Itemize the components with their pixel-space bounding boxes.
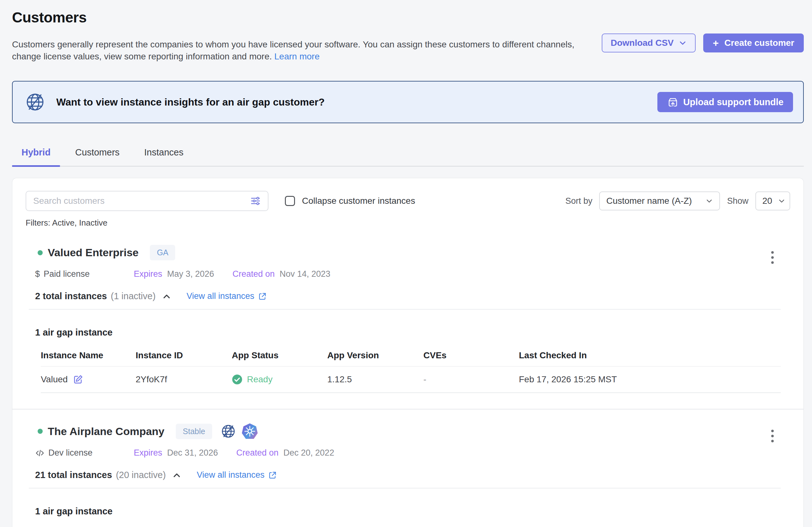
- license-type-label: Paid license: [44, 269, 90, 279]
- search-input[interactable]: [33, 196, 250, 206]
- view-all-instances-link[interactable]: View all instances: [197, 470, 277, 480]
- kubernetes-icon: [242, 423, 258, 439]
- app-status-cell: Ready: [232, 374, 327, 385]
- license-type: Dev license: [35, 448, 134, 458]
- last-checked-in: Feb 17, 2026 15:25 MST: [519, 374, 781, 385]
- customer-type-icons: [220, 423, 258, 439]
- expires-pair: Expires Dec 31, 2026: [134, 448, 218, 458]
- tab-hybrid[interactable]: Hybrid: [12, 145, 60, 166]
- customer-header: The Airplane Company Stable: [26, 423, 790, 439]
- collapse-section-chevron-icon[interactable]: [172, 470, 182, 480]
- section-divider: [29, 488, 781, 488]
- license-type-label: Dev license: [48, 448, 93, 458]
- show-value: 20: [762, 196, 772, 206]
- header-actions: Download CSV + Create customer: [602, 33, 804, 52]
- tab-customers[interactable]: Customers: [66, 145, 129, 166]
- banner-title: Want to view instance insights for an ai…: [56, 96, 325, 108]
- expires-label: Expires: [134, 448, 162, 457]
- inactive-instances-text: (1 inactive): [111, 291, 156, 301]
- expires-value: Dec 31, 2026: [167, 448, 218, 457]
- total-instances-text: 21 total instances: [35, 470, 112, 480]
- active-status-dot: [38, 250, 43, 255]
- show-select[interactable]: 20: [755, 192, 790, 210]
- instances-table-header: Instance Name Instance ID App Status App…: [41, 350, 781, 366]
- channel-badge: Stable: [176, 424, 212, 439]
- view-all-instances-label: View all instances: [187, 291, 254, 301]
- expires-pair: Expires May 3, 2026: [134, 269, 214, 279]
- col-cves: CVEs: [423, 350, 519, 361]
- table-row: Valued 2YfoK7f Ready 1.12.5 - Feb 17, 20…: [41, 366, 781, 393]
- airgap-instances-heading: 1 air gap instance: [26, 506, 790, 516]
- chevron-down-icon: [679, 39, 687, 47]
- col-last-checked-in: Last Checked In: [519, 350, 781, 361]
- learn-more-link[interactable]: Learn more: [274, 51, 320, 61]
- sort-by-value: Customer name (A-Z): [606, 196, 700, 206]
- sort-by-select[interactable]: Customer name (A-Z): [599, 192, 720, 210]
- license-type: $ Paid license: [35, 269, 134, 279]
- instance-name: Valued: [41, 374, 68, 385]
- customer-menu-button[interactable]: [768, 248, 777, 267]
- license-row: Dev license Expires Dec 31, 2026 Created…: [26, 448, 790, 458]
- instance-id: 2YfoK7f: [136, 374, 232, 385]
- airgap-instances-section: 1 air gap instance: [12, 327, 803, 338]
- col-app-status: App Status: [232, 350, 327, 361]
- sort-by-label: Sort by: [565, 196, 593, 206]
- view-all-instances-label: View all instances: [197, 470, 264, 480]
- external-link-icon: [268, 471, 277, 480]
- view-all-instances-link[interactable]: View all instances: [187, 291, 267, 301]
- upload-support-bundle-button[interactable]: Upload support bundle: [657, 92, 793, 112]
- airgap-instances-heading: 1 air gap instance: [26, 327, 790, 338]
- download-csv-label: Download CSV: [611, 38, 673, 48]
- customer-header: Valued Enterprise GA: [26, 245, 790, 260]
- filter-sliders-icon[interactable]: [250, 196, 261, 206]
- airgap-globe-icon: [220, 423, 236, 439]
- check-circle-icon: [232, 374, 243, 385]
- instances-table: Instance Name Instance ID App Status App…: [29, 350, 781, 393]
- upload-support-bundle-label: Upload support bundle: [683, 97, 784, 107]
- created-label: Created on: [236, 448, 279, 457]
- external-link-icon: [258, 292, 267, 301]
- chevron-down-icon: [778, 197, 785, 205]
- create-customer-button[interactable]: + Create customer: [703, 33, 804, 52]
- inactive-instances-text: (20 inactive): [116, 470, 166, 480]
- customer-divider: [12, 409, 803, 409]
- instances-summary-row: 21 total instances (20 inactive) View al…: [26, 470, 790, 480]
- cves-value: -: [423, 374, 519, 385]
- created-pair: Created on Dec 20, 2022: [236, 448, 334, 458]
- page-title: Customers: [12, 9, 804, 26]
- collapse-instances-label: Collapse customer instances: [302, 196, 415, 206]
- col-instance-name: Instance Name: [41, 350, 136, 361]
- tab-instances[interactable]: Instances: [135, 145, 193, 166]
- customer-name[interactable]: The Airplane Company: [48, 425, 164, 438]
- created-value: Dec 20, 2022: [283, 448, 334, 457]
- customers-card: Collapse customer instances Sort by Cust…: [12, 178, 804, 527]
- collapse-instances-toggle[interactable]: Collapse customer instances: [285, 196, 415, 206]
- customer-menu-button[interactable]: [768, 426, 777, 446]
- upload-bundle-icon: [667, 96, 679, 108]
- customer-name[interactable]: Valued Enterprise: [48, 246, 139, 259]
- expires-label: Expires: [134, 269, 162, 278]
- total-instances-text: 2 total instances: [35, 291, 107, 301]
- edit-icon[interactable]: [73, 374, 84, 385]
- col-instance-id: Instance ID: [136, 350, 232, 361]
- chevron-down-icon: [706, 197, 713, 205]
- app-version: 1.12.5: [327, 374, 423, 385]
- channel-badge: GA: [150, 245, 175, 260]
- active-filters-text: Filters: Active, Inactive: [12, 211, 803, 228]
- page-description: Customers generally represent the compan…: [12, 39, 578, 63]
- plus-icon: +: [713, 37, 719, 49]
- show-label: Show: [727, 196, 749, 206]
- dollar-icon: $: [35, 269, 40, 279]
- app-status: Ready: [247, 374, 273, 385]
- instance-name-cell: Valued: [41, 374, 136, 385]
- toolbar-right: Sort by Customer name (A-Z) Show 20: [565, 192, 790, 210]
- collapse-instances-checkbox[interactable]: [285, 196, 295, 206]
- search-box: [26, 191, 269, 211]
- customer-card-valued-enterprise: Valued Enterprise GA $ Paid license Expi…: [12, 245, 803, 301]
- download-csv-button[interactable]: Download CSV: [602, 33, 696, 52]
- toolbar: Collapse customer instances Sort by Cust…: [12, 191, 803, 211]
- airgap-instances-section: 1 air gap instance: [12, 506, 803, 516]
- collapse-section-chevron-icon[interactable]: [162, 291, 171, 301]
- customer-card-airplane-company: The Airplane Company Stable: [12, 423, 803, 480]
- col-app-version: App Version: [327, 350, 423, 361]
